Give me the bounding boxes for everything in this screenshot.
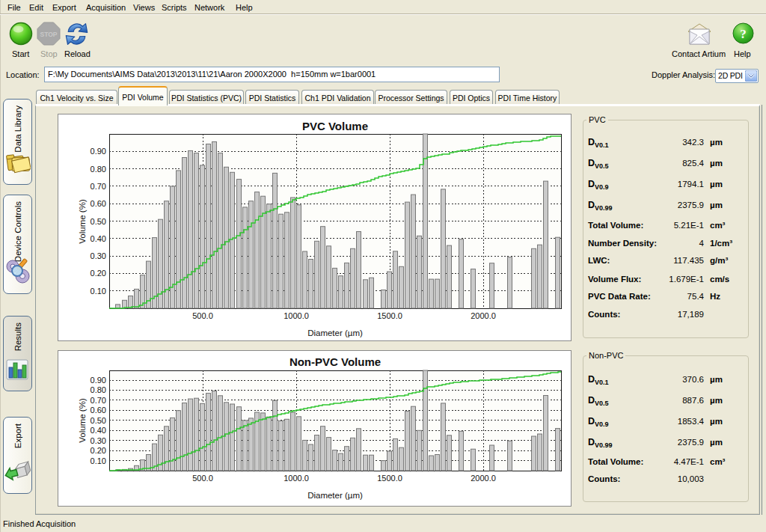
svg-text:0.70: 0.70	[91, 396, 106, 405]
svg-text:0.60: 0.60	[91, 199, 106, 208]
svg-text:0.60: 0.60	[91, 406, 106, 415]
svg-text:0.80: 0.80	[91, 165, 106, 174]
svg-text:0.70: 0.70	[91, 182, 106, 191]
svg-text:0.20: 0.20	[91, 269, 106, 278]
svg-text:1500.0: 1500.0	[377, 474, 402, 483]
svg-text:0.90: 0.90	[91, 376, 106, 385]
svg-text:0.40: 0.40	[91, 426, 106, 435]
svg-text:500.0: 500.0	[192, 311, 213, 320]
svg-text:0.10: 0.10	[91, 456, 106, 465]
svg-text:0.50: 0.50	[91, 416, 106, 425]
svg-text:1000.0: 1000.0	[284, 311, 309, 320]
svg-text:?: ?	[740, 27, 747, 41]
svg-text:Volume (%): Volume (%)	[78, 398, 87, 443]
svg-text:1500.0: 1500.0	[377, 311, 402, 320]
svg-text:Non-PVC Volume: Non-PVC Volume	[289, 355, 381, 368]
svg-text:0.30: 0.30	[91, 436, 106, 445]
svg-text:PVC Volume: PVC Volume	[302, 120, 368, 132]
svg-text:0.10: 0.10	[91, 287, 106, 296]
svg-text:1000.0: 1000.0	[284, 474, 309, 483]
svg-text:0.20: 0.20	[91, 446, 106, 455]
svg-text:Volume (%): Volume (%)	[78, 199, 87, 244]
svg-text:Diameter (µm): Diameter (µm)	[307, 491, 363, 500]
svg-text:2000.0: 2000.0	[471, 311, 496, 320]
svg-text:STOP: STOP	[40, 31, 58, 38]
svg-text:Diameter (µm): Diameter (µm)	[307, 328, 363, 337]
svg-text:0.40: 0.40	[91, 234, 106, 243]
svg-text:0.80: 0.80	[91, 385, 106, 394]
svg-text:0.90: 0.90	[91, 147, 106, 156]
svg-text:500.0: 500.0	[192, 474, 213, 483]
svg-text:0.30: 0.30	[91, 251, 106, 260]
svg-text:2000.0: 2000.0	[471, 474, 496, 483]
svg-text:0.50: 0.50	[91, 217, 106, 226]
